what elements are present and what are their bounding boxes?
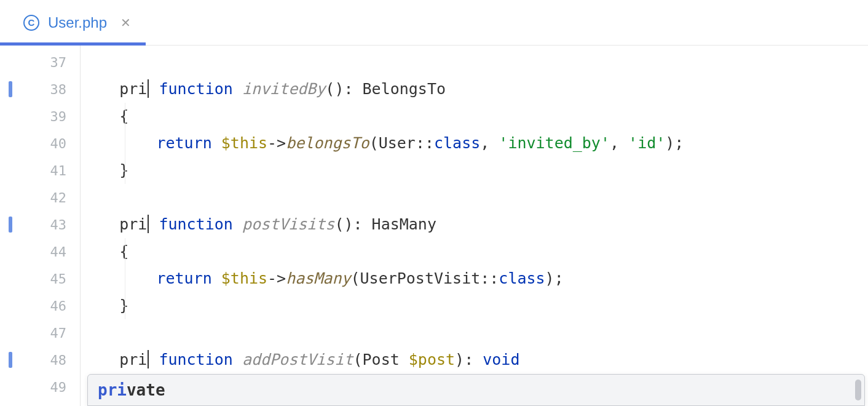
code-line: return $this->hasMany(UserPostVisit::cla… (80, 265, 868, 292)
gutter-line: 42 (0, 184, 80, 211)
code-line: } (80, 157, 868, 184)
gutter-line: 41 (0, 157, 80, 184)
code-line: pri function invitedBy(): BelongsTo (80, 76, 868, 103)
gutter-line: 43 (0, 211, 80, 238)
code-line: { (80, 103, 868, 130)
code-line: { (80, 238, 868, 265)
tab-filename: User.php (48, 14, 107, 31)
code-line: pri function addPostVisit(Post $post): v… (80, 346, 868, 373)
tab-bar: C User.php ✕ (0, 0, 868, 46)
code-line: return $this->belongsTo(User::class, 'in… (80, 130, 868, 157)
code-editor[interactable]: 37 38 39 40 41 42 43 44 45 46 47 48 49 p… (0, 46, 868, 406)
gutter-line: 38 (0, 76, 80, 103)
gutter-line: 44 (0, 238, 80, 265)
autocomplete-scrollbar[interactable] (855, 380, 861, 400)
gutter-line: 39 (0, 103, 80, 130)
modified-marker (9, 217, 12, 233)
gutter-line: 40 (0, 130, 80, 157)
gutter-line: 48 (0, 346, 80, 373)
code-line (80, 184, 868, 211)
multi-cursor (148, 79, 149, 98)
code-area[interactable]: pri function invitedBy(): BelongsTo { re… (80, 46, 868, 406)
editor-tab[interactable]: C User.php ✕ (12, 0, 142, 45)
code-line (80, 49, 868, 76)
gutter-line: 37 (0, 49, 80, 76)
code-line: pri function postVisits(): HasMany (80, 211, 868, 238)
modified-marker (9, 352, 12, 368)
gutter-line: 47 (0, 319, 80, 346)
autocomplete-popup[interactable]: private (87, 374, 865, 406)
code-line: } (80, 292, 868, 319)
close-tab-icon[interactable]: ✕ (120, 15, 131, 30)
class-file-icon: C (23, 15, 39, 31)
modified-marker (9, 81, 12, 97)
gutter-line: 45 (0, 265, 80, 292)
multi-cursor (148, 215, 149, 233)
autocomplete-item[interactable]: private (98, 381, 165, 399)
gutter: 37 38 39 40 41 42 43 44 45 46 47 48 49 (0, 46, 80, 406)
gutter-line: 46 (0, 292, 80, 319)
gutter-line: 49 (0, 373, 80, 400)
code-line (80, 319, 868, 346)
multi-cursor (148, 350, 149, 368)
